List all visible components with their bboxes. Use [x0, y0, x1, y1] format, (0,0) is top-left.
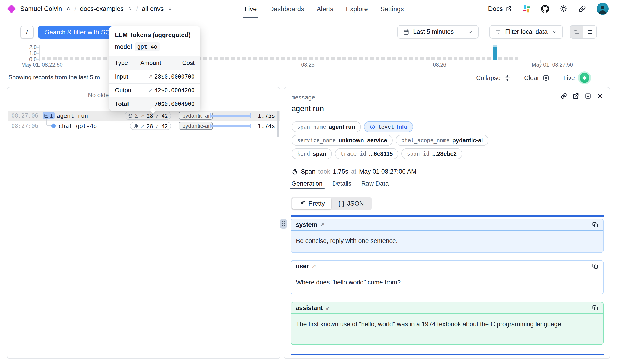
docs-link[interactable]: Docs [488, 5, 512, 13]
message-card-user: user ↗ Where does "hello world" come fro… [291, 260, 604, 294]
span-name: agent run [57, 112, 88, 119]
dock-panel-icon [585, 92, 591, 100]
message-role: user [296, 263, 309, 270]
trace-list-scrollbar[interactable] [277, 111, 279, 137]
token-amount: 28 [155, 74, 161, 80]
collapse-all-button[interactable]: Collapse [476, 74, 511, 82]
time-range-label: Last 5 minutes [413, 28, 454, 36]
arrow-down-left-icon: ↙ [155, 113, 159, 119]
attr-service-name[interactable]: service_name unknown_service [291, 135, 393, 146]
chevron-up-down-icon[interactable] [168, 6, 172, 11]
chevron-up-down-icon[interactable] [66, 6, 71, 11]
external-link-icon [572, 92, 579, 100]
square-minus-icon [44, 113, 49, 118]
input-tokens: 28 [147, 123, 153, 129]
info-icon [369, 124, 375, 130]
tab-raw-data[interactable]: Raw Data [361, 180, 389, 189]
timing-span-word: Span [301, 168, 315, 175]
copy-icon[interactable] [592, 305, 598, 311]
scope-badge[interactable]: pydantic-ai [179, 122, 213, 130]
tab-settings[interactable]: Settings [381, 0, 404, 18]
list-controls: Collapse Clear Live [476, 71, 591, 84]
y-axis-line [39, 45, 40, 61]
clear-label: Clear [524, 74, 539, 82]
copy-link-button[interactable] [560, 92, 567, 100]
collapse-count-badge[interactable]: 1 [43, 112, 54, 119]
scope-badge[interactable]: pydantic-ai [179, 112, 213, 120]
token-amount: 42 [155, 87, 161, 94]
tokens-row-total: Total 70 $0.0004900 [109, 97, 200, 111]
project-switcher[interactable]: docs-examples [80, 5, 124, 13]
message-card-header: assistant ↙ [291, 302, 603, 314]
tab-dashboards[interactable]: Dashboards [269, 0, 304, 18]
token-cost: $0.0004900 [161, 97, 200, 111]
attr-key: trace_id [341, 151, 366, 157]
main-split-view: No older 08:27:06 1 agent run Σ ↗28 ↙42 … [7, 87, 610, 359]
trace-list-panel: No older 08:27:06 1 agent run Σ ↗28 ↙42 … [7, 87, 280, 359]
dock-panel-button[interactable] [585, 92, 591, 100]
message-card-header: system ↗ [291, 219, 603, 231]
org-switcher[interactable]: Samuel Colvin [20, 5, 62, 13]
trace-row-chat-gpt-4o[interactable]: 08:27:06 chat gpt-4o ↗28 ↙42 pydantic-ai… [8, 121, 279, 131]
attr-value: ...28cbc2 [432, 150, 457, 157]
panel-resize-handle[interactable] [280, 219, 287, 229]
copy-icon[interactable] [592, 221, 598, 228]
copy-icon[interactable] [592, 263, 598, 269]
github-icon[interactable] [541, 5, 549, 13]
showing-records-text: Showing records from the last 5 m [8, 74, 100, 81]
span-name: chat gpt-4o [58, 123, 97, 129]
filter-local-data-dropdown[interactable]: Filter local data [489, 25, 563, 39]
clear-button[interactable]: Clear [524, 74, 550, 82]
x-circle-icon [542, 74, 550, 82]
x-tick-label: May 01. 08:22:50 [21, 62, 66, 68]
attr-otel-scope-name[interactable]: otel_scope_name pydantic-ai [396, 135, 488, 146]
tab-explore[interactable]: Explore [346, 0, 368, 18]
time-range-dropdown[interactable]: Last 5 minutes [397, 25, 479, 39]
tab-details[interactable]: Details [332, 180, 352, 189]
timing-timestamp: May 01 08:27:06 AM [359, 168, 417, 175]
attr-value: span [313, 150, 326, 157]
message-card-assistant: assistant ↙ The first known use of "hell… [291, 302, 604, 345]
scroll-divider-bottom [291, 354, 604, 355]
arrow-down-left-icon: ↙ [155, 123, 159, 129]
arrow-up-right-icon: ↗ [148, 73, 153, 80]
chevron-up-down-icon[interactable] [127, 6, 132, 11]
x-tick-label: May 01. 08:27:50 [529, 62, 573, 68]
open-in-new-button[interactable] [572, 92, 579, 100]
tree-view-toggle[interactable] [570, 26, 583, 38]
live-label: Live [563, 74, 575, 82]
y-tick-label: 1.0 [21, 50, 37, 57]
theme-sun-icon[interactable] [560, 5, 568, 13]
primary-nav-tabs: Live Dashboards Alerts Explore Settings [245, 0, 404, 18]
slack-icon[interactable] [522, 5, 531, 13]
tab-generation[interactable]: Generation [291, 180, 323, 189]
live-toggle[interactable]: Live [563, 71, 591, 84]
token-usage-pill[interactable]: Σ ↗28 ↙42 [125, 112, 171, 120]
attr-kind[interactable]: kind span [291, 148, 332, 159]
tab-alerts[interactable]: Alerts [317, 0, 333, 18]
share-link-icon[interactable] [578, 5, 586, 13]
chart-bar[interactable] [493, 47, 497, 60]
timing-at-word: at [351, 168, 356, 175]
attr-span-name[interactable]: span_name agent run [291, 121, 361, 132]
user-avatar[interactable] [597, 3, 609, 15]
arrow-up-right-icon: ↗ [140, 113, 144, 119]
tab-live[interactable]: Live [245, 0, 257, 18]
json-toggle[interactable]: { } JSON [331, 198, 371, 209]
duration-text: 1.74s [258, 123, 275, 129]
list-view-toggle[interactable] [583, 26, 597, 38]
record-kind-label: message [291, 94, 315, 101]
arrow-up-right-icon: ↗ [312, 263, 316, 269]
env-switcher[interactable]: all envs [142, 5, 164, 13]
attr-span-id[interactable]: span_id ...28cbc2 [401, 148, 462, 159]
render-mode-toggle: Pretty { } JSON [291, 197, 372, 210]
attr-value: ...6c8115 [369, 150, 393, 157]
attr-trace-id[interactable]: trace_id ...6c8115 [335, 148, 398, 159]
token-usage-pill[interactable]: ↗28 ↙42 [130, 122, 171, 130]
pretty-toggle[interactable]: Pretty [292, 198, 331, 209]
tree-connector [46, 119, 51, 126]
attr-level[interactable]: level Info [364, 121, 413, 132]
x-tick-label: 08:26 [432, 62, 448, 68]
y-tick [37, 59, 39, 60]
close-panel-button[interactable]: ✕ [597, 92, 604, 100]
